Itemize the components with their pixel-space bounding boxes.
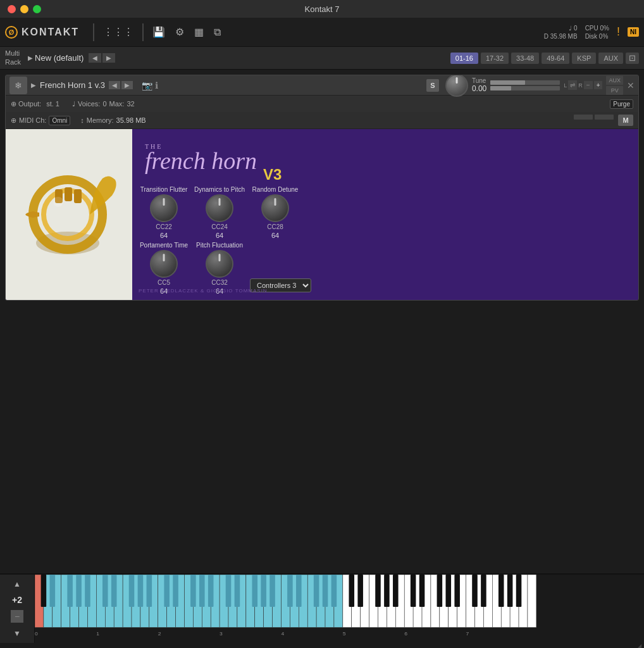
bkey-ds3[interactable] [235,575,240,607]
bkey-cs6[interactable] [411,575,416,607]
bkey-fs1[interactable] [129,575,135,607]
bkey-as5[interactable] [393,575,399,607]
bkey-fs4[interactable] [314,575,319,607]
toolbar-separator-2 [142,23,144,41]
bkey-fs3[interactable] [252,575,257,607]
rack-next[interactable]: ▶ [102,53,115,63]
bkey-gs4[interactable] [323,575,328,607]
bkey-ds6[interactable] [419,575,425,607]
close-button[interactable] [8,5,16,13]
info-icon[interactable]: ℹ [155,80,158,90]
snowflake-icon[interactable]: ❄ [9,77,27,94]
output-value[interactable]: st. 1 [44,99,62,108]
oct-num-5: 5 [343,632,346,637]
bkey-gs2[interactable] [199,575,205,607]
bkey-cs0[interactable] [41,575,47,607]
bkey-gs6[interactable] [445,575,451,607]
inst-arrow[interactable]: ▶ [31,82,36,89]
portamento-time-knob[interactable] [150,250,178,278]
channel-expand[interactable]: ⊡ [626,53,639,64]
inst-prev[interactable]: ◀ [109,81,120,89]
channel-33-48[interactable]: 33-48 [511,53,539,64]
purge-button[interactable]: Purge [610,99,633,109]
scroll-down-arrow[interactable]: ▼ [12,628,22,639]
close-instrument[interactable]: ✕ [627,80,635,90]
bkey-cs1[interactable] [102,575,108,607]
bkey-ds0[interactable] [50,575,56,607]
camera-icon[interactable]: 📷 [142,80,152,90]
piano-area: ▲ +2 − ▼ [0,573,644,643]
clone-icon[interactable]: ⧉ [209,24,226,40]
midi-ch-value[interactable]: Omni [49,116,70,125]
voices-field: ♩ Voices: 0 Max: 32 [72,100,135,108]
minimize-button[interactable] [20,5,28,13]
credit-label: PETER SIEDLACZEK & GIORGIO TOMMASIN... [139,288,273,294]
bkey-ds4[interactable] [296,575,302,607]
lr-icon[interactable]: ⇌ [568,80,577,90]
dynamics-to-pitch-knob[interactable] [206,194,233,222]
bkey-ds2[interactable] [173,575,178,607]
bkey-ds1[interactable] [111,575,117,607]
rack-icon[interactable]: ▦ [189,23,209,40]
oct-num-7: 7 [466,632,469,637]
channel-49-64[interactable]: 49-64 [542,53,569,64]
warning-icon[interactable]: ! [617,25,620,39]
voices-label: Voices: [78,100,100,108]
channel-ksp[interactable]: KSP [572,53,596,64]
bkey-as2[interactable] [208,575,214,607]
bkey-as6[interactable] [454,575,460,607]
bkey-gs0[interactable] [76,575,82,607]
transition-flutter-knob[interactable] [150,194,178,222]
horn-image-area [6,129,132,300]
title-text: THE french horn [145,143,257,171]
channel-aux[interactable]: AUX [598,53,623,64]
bkey-cs3[interactable] [226,575,232,607]
tune-knob[interactable] [445,75,468,97]
bkey-ds5[interactable] [357,575,363,607]
bkey-ds7[interactable] [481,575,486,607]
bkey-as7[interactable] [516,575,522,607]
save-icon[interactable]: 💾 [147,23,170,40]
browser-icon[interactable]: ⋮⋮⋮ [98,23,139,40]
bkey-cs2[interactable] [164,575,170,607]
bkey-cs4[interactable] [287,575,293,607]
solo-button[interactable]: S [426,79,439,92]
octave-minus[interactable]: − [11,610,23,623]
key-c8[interactable] [528,575,536,627]
mute-button[interactable]: M [618,115,633,126]
pitch-fluctuation-knob[interactable] [206,250,233,278]
inst-name-row: ❄ ▶ French Horn 1 v.3 ◀ ▶ 📷 ℹ S [6,75,638,96]
settings-icon[interactable]: ⚙ [170,23,189,40]
bkey-gs3[interactable] [261,575,266,607]
bkey-as4[interactable] [331,575,337,607]
bkey-cs7[interactable] [472,575,478,607]
minus-lr[interactable]: − [584,81,593,89]
random-detune-knob[interactable] [261,194,289,222]
rack-arrow[interactable]: ▶ [26,54,35,61]
bkey-as1[interactable] [147,575,152,607]
bkey-fs0[interactable] [67,575,73,607]
maximize-button[interactable] [33,5,41,13]
bkey-fs2[interactable] [190,575,196,607]
plus-lr[interactable]: + [594,81,603,89]
bkey-gs5[interactable] [384,575,390,607]
scroll-up-arrow[interactable]: ▲ [12,578,22,590]
channel-17-32[interactable]: 17-32 [481,53,509,64]
bkey-cs5[interactable] [349,575,354,607]
title-bar: Kontakt 7 [0,0,644,18]
aux-button[interactable]: AUX [606,76,623,85]
pv-button[interactable]: PV [606,86,623,95]
bkey-fs5[interactable] [375,575,381,607]
bkey-gs7[interactable] [507,575,513,607]
cpu-stat: CPU 0% [585,24,609,32]
bkey-gs1[interactable] [138,575,144,607]
channel-01-16[interactable]: 01-16 [450,53,478,64]
tune-bar-bottom [490,86,560,90]
bkey-fs7[interactable] [498,575,504,607]
bkey-as0[interactable] [85,575,90,607]
bkey-fs6[interactable] [437,575,443,607]
inst-next[interactable]: ▶ [121,81,133,89]
tune-info: Tune 0.00 [472,77,486,93]
rack-prev[interactable]: ◀ [89,53,101,63]
bkey-as3[interactable] [269,575,275,607]
